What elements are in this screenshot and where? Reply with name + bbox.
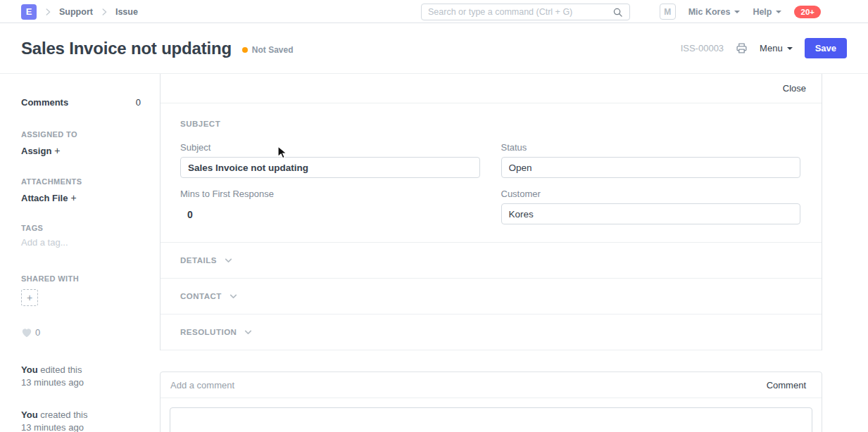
details-section-heading: DETAILS (180, 256, 217, 265)
comments-row[interactable]: Comments 0 (21, 97, 141, 108)
caret-down-icon (776, 11, 781, 13)
close-button[interactable]: Close (783, 83, 806, 94)
search-input[interactable] (428, 7, 612, 17)
subject-section-heading: SUBJECT (180, 120, 800, 128)
chevron-down-icon (229, 292, 238, 301)
customer-field-label: Customer (501, 189, 801, 199)
add-comment-placeholder[interactable]: Add a comment (170, 380, 234, 390)
share-add-button[interactable]: + (21, 289, 38, 306)
chevron-down-icon (224, 256, 233, 265)
help-menu[interactable]: Help (753, 7, 781, 17)
global-search[interactable] (421, 4, 630, 20)
save-button[interactable]: Save (805, 38, 847, 58)
attach-file-label: Attach File (21, 193, 68, 203)
activity-action: created this (40, 409, 87, 420)
menu-label: Menu (760, 43, 783, 53)
subject-field-label: Subject (180, 142, 480, 153)
activity-who: You (21, 364, 38, 375)
tags-heading: TAGS (21, 224, 43, 232)
comment-box-header: Add a comment Comment (161, 372, 822, 398)
section-contact[interactable]: CONTACT (161, 279, 822, 315)
notifications-badge[interactable]: 20+ (794, 6, 821, 18)
navbar: E Support Issue M Mic Kores Help 20+ (0, 0, 868, 23)
comments-count: 0 (136, 97, 141, 108)
breadcrumb-issue[interactable]: Issue (115, 7, 138, 17)
plus-icon: + (54, 145, 60, 156)
not-saved-label: Not Saved (252, 45, 294, 55)
search-icon (612, 7, 623, 18)
add-tag-input[interactable]: Add a tag... (21, 237, 68, 248)
section-details[interactable]: DETAILS (161, 243, 822, 279)
activity-created: You created this 13 minutes ago (21, 409, 87, 432)
breadcrumb-support[interactable]: Support (59, 7, 93, 17)
doc-id: ISS-00003 (681, 43, 724, 53)
help-label: Help (753, 7, 772, 17)
chevron-right-icon (43, 7, 53, 17)
navbar-right: M Mic Kores Help 20+ (660, 0, 821, 23)
chevron-down-icon (244, 328, 253, 337)
comment-box-body (161, 398, 822, 432)
chevron-right-icon (99, 7, 109, 17)
resolution-section-heading: RESOLUTION (180, 328, 237, 336)
print-icon[interactable] (736, 42, 748, 54)
attach-file-button[interactable]: Attach File+ (21, 191, 77, 204)
contact-section-heading: CONTACT (180, 292, 222, 300)
menu-button[interactable]: Menu (760, 43, 793, 53)
page-head: Sales Invoice not updating Not Saved ISS… (0, 23, 868, 74)
activity-who: You (21, 409, 38, 420)
mins-field-value: 0 (180, 203, 480, 220)
activity-when: 13 minutes ago (21, 377, 84, 388)
form-body: Close SUBJECT Subject Mins to First Resp… (160, 74, 822, 350)
status-input[interactable] (501, 157, 801, 178)
app-logo[interactable]: E (21, 4, 37, 20)
avatar[interactable]: M (660, 4, 676, 20)
page-head-actions: ISS-00003 Menu Save (681, 38, 847, 58)
comments-link[interactable]: Comments (21, 97, 68, 108)
page-title: Sales Invoice not updating (21, 39, 232, 58)
assign-label: Assign (21, 146, 51, 156)
comment-submit-button[interactable]: Comment (767, 380, 806, 390)
subject-input[interactable] (180, 157, 480, 178)
attachments-heading: ATTACHMENTS (21, 177, 82, 186)
like-button[interactable]: 0 (21, 327, 40, 338)
likes-count: 0 (35, 327, 40, 338)
activity-edited: You edited this 13 minutes ago (21, 364, 84, 389)
status-indicator: Not Saved (242, 45, 294, 55)
plus-icon: + (27, 292, 32, 303)
assigned-to-heading: ASSIGNED TO (21, 130, 77, 139)
user-name: Mic Kores (688, 7, 731, 17)
assign-button[interactable]: Assign+ (21, 144, 61, 157)
status-field-label: Status (501, 142, 801, 153)
comment-text-input[interactable] (170, 407, 812, 432)
section-subject: SUBJECT Subject Mins to First Response 0… (161, 103, 822, 243)
form-sidebar: Comments 0 ASSIGNED TO Assign+ ATTACHMEN… (21, 74, 141, 432)
activity-when: 13 minutes ago (21, 422, 84, 432)
heart-icon (21, 327, 32, 338)
user-menu[interactable]: Mic Kores (688, 7, 741, 17)
mins-field-label: Mins to First Response (180, 189, 480, 199)
activity-action: edited this (40, 364, 82, 375)
close-row: Close (161, 74, 822, 103)
not-saved-dot-icon (242, 47, 248, 53)
caret-down-icon (734, 11, 740, 13)
customer-input[interactable] (501, 203, 801, 224)
plus-icon: + (70, 192, 76, 203)
breadcrumb: E Support Issue (21, 0, 138, 23)
comment-box: Add a comment Comment (160, 371, 822, 432)
caret-down-icon (787, 47, 793, 50)
shared-with-heading: SHARED WITH (21, 274, 79, 283)
section-resolution[interactable]: RESOLUTION (161, 315, 822, 350)
